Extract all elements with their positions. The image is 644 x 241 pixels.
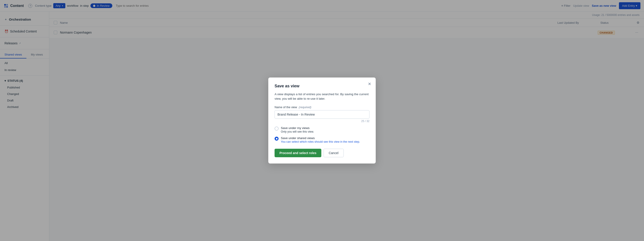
modal-overlay: Save as view ✕ A view displays a list of…: [0, 0, 644, 241]
radio-shared-views[interactable]: Save under shared views You can select w…: [274, 136, 370, 143]
required-label: (required): [299, 106, 311, 109]
radio-my-views-title: Save under my views: [281, 126, 314, 130]
radio-my-views[interactable]: Save under my views Only you will see th…: [274, 126, 370, 133]
char-count: 25 / 32: [274, 120, 370, 123]
save-as-view-modal: Save as view ✕ A view displays a list of…: [268, 78, 376, 164]
radio-group: Save under my views Only you will see th…: [274, 126, 370, 143]
radio-my-views-circle: [274, 127, 278, 131]
modal-name-label: Name of the view (required): [274, 106, 370, 109]
modal-actions: Proceed and select roles Cancel: [274, 149, 370, 157]
radio-my-views-sub: Only you will see this view.: [281, 130, 314, 133]
view-name-input[interactable]: [274, 110, 370, 119]
proceed-button[interactable]: Proceed and select roles: [274, 149, 321, 157]
radio-shared-views-title: Save under shared views: [281, 136, 360, 140]
modal-close-button[interactable]: ✕: [368, 82, 371, 86]
modal-title: Save as view: [274, 84, 370, 89]
radio-shared-views-sub: You can select which roles should see th…: [281, 140, 360, 143]
radio-shared-views-circle: [274, 137, 278, 141]
cancel-button[interactable]: Cancel: [324, 149, 344, 157]
modal-description: A view displays a list of entries you se…: [274, 92, 370, 101]
